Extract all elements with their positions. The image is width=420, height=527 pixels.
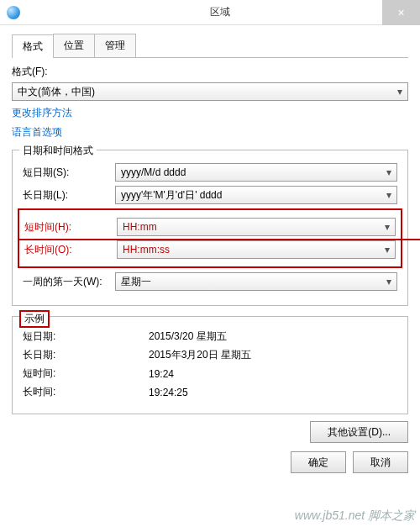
- cancel-button[interactable]: 取消: [353, 451, 408, 473]
- titlebar: 区域 ×: [0, 0, 420, 25]
- tab-location[interactable]: 位置: [53, 34, 95, 57]
- window-title: 区域: [27, 5, 413, 19]
- sort-method-link[interactable]: 更改排序方法: [12, 106, 408, 120]
- short-time-combo[interactable]: HH:mm: [117, 218, 396, 236]
- tab-bar: 格式 位置 管理: [12, 34, 408, 58]
- ex-short-time-v: 19:24: [149, 368, 174, 380]
- long-time-label: 长时间(O):: [24, 243, 117, 257]
- short-date-combo[interactable]: yyyy/M/d dddd: [115, 163, 397, 182]
- ex-long-date-l: 长日期:: [23, 348, 115, 362]
- long-date-label: 长日期(L):: [23, 188, 115, 203]
- first-day-label: 一周的第一天(W):: [23, 275, 115, 289]
- example-fieldset: 示例 短日期:2015/3/20 星期五 长日期:2015年3月20日 星期五 …: [12, 316, 408, 414]
- chevron-down-icon: [385, 244, 390, 256]
- tab-admin[interactable]: 管理: [94, 34, 136, 57]
- close-button[interactable]: ×: [382, 0, 420, 25]
- long-time-combo[interactable]: HH:mm:ss: [117, 240, 396, 259]
- format-label: 格式(F):: [12, 65, 408, 79]
- chevron-down-icon: [386, 276, 391, 287]
- ex-short-time-l: 短时间:: [23, 366, 115, 381]
- language-pref-link[interactable]: 语言首选项: [12, 125, 408, 140]
- ex-long-time-v: 19:24:25: [149, 387, 188, 398]
- short-time-label: 短时间(H):: [24, 220, 117, 235]
- datetime-fieldset: 日期和时间格式 短日期(S): yyyy/M/d dddd 长日期(L): yy…: [12, 150, 408, 306]
- ex-short-date-v: 2015/3/20 星期五: [149, 329, 227, 344]
- chevron-down-icon: [386, 166, 391, 178]
- datetime-legend: 日期和时间格式: [19, 144, 97, 158]
- ok-button[interactable]: 确定: [291, 451, 346, 473]
- ex-short-date-l: 短日期:: [23, 329, 115, 344]
- tab-format[interactable]: 格式: [12, 34, 54, 58]
- dialog-buttons: 确定 取消: [0, 443, 420, 482]
- long-date-combo[interactable]: yyyy'年'M'月'd'日' dddd: [115, 186, 397, 204]
- first-day-combo[interactable]: 星期一: [115, 272, 397, 291]
- chevron-down-icon: [397, 86, 402, 97]
- example-legend: 示例: [19, 310, 50, 328]
- ex-long-time-l: 长时间:: [23, 385, 115, 399]
- globe-icon: [7, 6, 20, 19]
- short-date-label: 短日期(S):: [23, 166, 115, 180]
- highlight-line: [19, 239, 420, 240]
- chevron-down-icon: [386, 189, 391, 201]
- highlight-box: 短时间(H): HH:mm 长时间(O): HH:mm:ss: [18, 208, 402, 268]
- watermark: www.jb51.net 脚本之家: [295, 509, 415, 524]
- ex-long-date-v: 2015年3月20日 星期五: [149, 348, 251, 362]
- other-settings-button[interactable]: 其他设置(D)...: [310, 421, 408, 443]
- format-combo[interactable]: 中文(简体，中国): [12, 82, 408, 101]
- format-combo-value: 中文(简体，中国): [18, 85, 95, 99]
- chevron-down-icon: [385, 221, 390, 233]
